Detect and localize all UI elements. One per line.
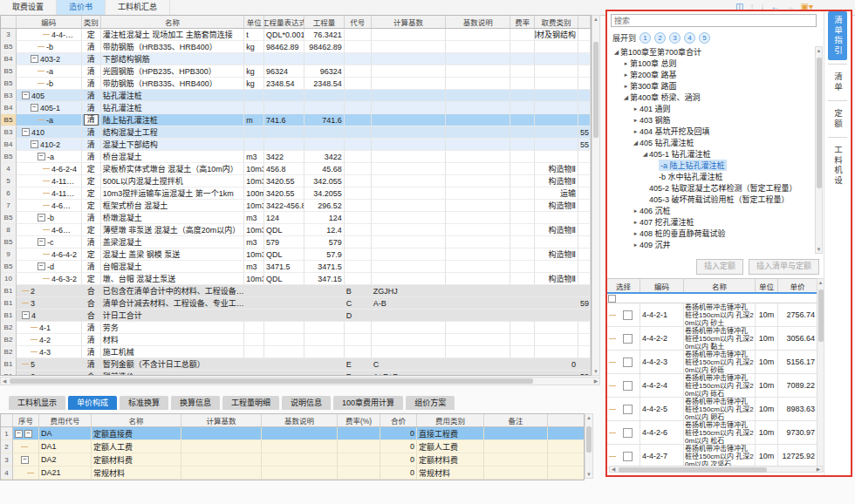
quota-column-header[interactable]: 选择 [607,279,640,292]
table-row[interactable]: B3−410清结构混凝土工程55 [1,126,591,139]
expand-level-button[interactable]: 5 [699,32,710,44]
bottom-tab[interactable]: 标准换算 [120,396,168,410]
tree-vscrollbar[interactable]: ▲▼ [815,46,823,254]
fee-row[interactable]: 4DA21常规材料0常规材料 [1,467,584,480]
checkbox[interactable] [623,405,633,414]
bottom-tab[interactable]: 单价构成 [68,396,117,410]
collapse-icon[interactable]: − [22,128,30,136]
column-header[interactable]: 基数说明 [446,16,510,28]
table-row[interactable]: B5-b清带肋钢筋（HRB335、HRB400）kg2348.542348.54 [1,78,591,90]
fee-column-header[interactable]: 费率(%) [338,414,380,426]
tree-item[interactable]: 405-3 破坏荷载试验用桩（暂定工程量） [609,194,815,205]
quota-row[interactable]: 4-4-2-3卷扬机带冲击锤冲孔 桩径150cm以内 孔深20m以内 砂砾10m… [607,351,817,374]
table-row[interactable]: B13合清单合计减去材料、工程设备、专业工…CA-B59 [1,297,591,310]
collapse-icon[interactable]: − [31,104,38,112]
fee-column-header[interactable]: 费用类别 [417,414,484,426]
checkbox[interactable] [623,452,633,461]
quota-row[interactable]: 4-4-2-4卷扬机带冲击锤冲孔 桩径150cm以内 孔深20m以内 砾石10m… [607,374,817,398]
table-row[interactable]: B5−-c清盖梁混凝土m3579579 [1,236,591,249]
tree-item[interactable]: -b 水中钻孔灌注桩 [609,171,815,182]
category-edit-box[interactable]: 清 [84,114,99,126]
tree-item[interactable]: -a 陆上钻孔灌注桩 [609,160,815,171]
table-row[interactable]: 104-6-3-2定墩、台帽 混凝土泵送10m3…QDL347.15构造物Ⅱ [1,273,591,285]
collapse-icon[interactable]: − [38,238,45,246]
collapse-icon[interactable]: − [22,311,30,319]
table-row[interactable]: 64-11…定10m3搅拌运输车运混凝土 第一个1km100m33420.553… [1,187,591,200]
side-tab[interactable]: 工料机设 [828,141,847,190]
tree-item[interactable]: ◢405 钻孔灌注桩 [609,137,815,148]
table-row[interactable]: B5−-b清桥墩混凝土m3124124 [1,212,591,224]
tree-item[interactable]: ▸第300章 路面 [609,80,815,92]
side-tab[interactable]: 定额 [828,105,847,133]
tree-item[interactable]: ▸406 沉桩 [609,205,815,216]
main-grid-hscrollbar[interactable]: ◀▶ [0,377,600,385]
quota-column-header[interactable]: 编码 [640,279,684,292]
column-header[interactable]: 代号 [345,16,372,28]
side-tab[interactable]: 清单 [828,68,847,97]
fee-column-header[interactable]: 备注 [484,414,548,426]
expand-level-button[interactable]: 1 [640,32,651,44]
column-header[interactable]: 取费类别 [535,16,578,28]
quota-column-header[interactable]: 单位 [756,279,778,292]
table-row[interactable]: 54-11…定500L以内混凝土搅拌机10m33420.55342.055构造物… [1,175,591,187]
top-tab[interactable]: 造价书 [57,0,106,15]
tree-item[interactable]: ▸409 沉井 [609,239,815,250]
table-row[interactable]: B5-b清带肋钢筋（HRB335、HRB400）kg98462.8998462.… [1,41,591,53]
tree-item[interactable]: ◢405-1 钻孔灌注桩 [609,148,815,160]
fee-column-header[interactable]: 费用代号 [39,414,92,426]
quota-column-header[interactable]: 名称 [684,279,756,292]
top-tab[interactable]: 取费设置 [0,0,57,15]
quota-row[interactable]: 4-4-2-2卷扬机带冲击锤冲孔 桩径150cm以内 孔深20m以内 黏土10m… [607,327,817,351]
column-header[interactable]: 费率 [510,16,535,28]
main-grid-vscrollbar[interactable]: ▲▼ [592,15,600,376]
collapse-icon[interactable]: − [38,153,45,160]
table-row[interactable]: B3−405清钻孔灌注桩 [1,90,591,102]
table-row[interactable]: B15清暂列金额（不含计日工总额）EC0 [1,358,591,371]
insert-button[interactable]: 插入清单与定额 [749,259,819,275]
expand-level-button[interactable]: 2 [654,32,666,44]
fee-column-header[interactable]: 合价 [380,414,417,426]
table-row[interactable]: B5−-d清台帽混凝土m33471.53471.5 [1,261,591,273]
table-row[interactable]: B24-2清材料 [1,334,591,346]
tree-item[interactable]: ◢第100章至第700章合计 [609,46,815,58]
table-row[interactable]: 94-6-4-2定混凝土 盖梁 钢模 泵送10m3…QDL57.9构造物Ⅱ [1,249,591,261]
table-row[interactable]: B24-1清劳务 [1,322,591,334]
search-input[interactable] [611,14,817,27]
table-row[interactable]: B5-a清陆上钻孔灌注桩m741.6741.6 [1,114,591,126]
tree-item[interactable]: ▸403 钢筋 [609,114,815,126]
fee-row[interactable]: 2DA1定额人工费0定额人工费 [1,440,584,453]
column-header[interactable]: 编码 [17,16,82,28]
tree-item[interactable]: ▸408 桩的垂直静荷载试验 [609,228,815,239]
collapse-icon[interactable]: − [38,214,45,221]
column-header[interactable]: 工程量表达式 [264,16,304,28]
bottom-tab[interactable]: 100章费用计算 [333,396,403,410]
checkbox[interactable] [623,381,633,391]
tree-item[interactable]: ▸第200章 路基 [609,69,815,80]
fee-column-header[interactable]: 计算基数 [181,414,262,426]
fee-row[interactable]: 3−DA2定额材料费0定额材料费 [1,453,584,467]
column-header[interactable] [578,16,591,28]
table-row[interactable]: B5−-a清桥台混凝土m334223422 [1,151,591,163]
collapse-icon[interactable]: − [38,262,45,270]
table-row[interactable]: 44-6-2-4定梁板桥实体式墩台 混凝土（高10m内）10m3…456.845… [1,163,591,175]
collapse-icon[interactable]: − [31,55,38,63]
column-header[interactable]: 类别 [82,16,101,28]
fee-column-header[interactable] [1,414,13,426]
table-row[interactable]: B1−4合计日工合计D [1,310,591,322]
checkbox[interactable] [623,428,633,438]
tree-item[interactable]: ▸401 通则 [609,103,815,114]
fee-table-vscrollbar[interactable]: ▲▼ [585,413,593,479]
tree-item[interactable]: ▸第100章 总则 [609,58,815,69]
fee-column-header[interactable]: 名称 [92,414,181,426]
column-header[interactable]: 工程量 [304,16,345,28]
table-row[interactable]: B12合已包含在清单合计中的材料、工程设备…BZGJHJ [1,285,591,297]
quota-row[interactable]: 4-4-2-5卷扬机带冲击锤冲孔 桩径150cm以内 孔深20m以内 卵石10m… [607,398,817,421]
fee-row[interactable]: 1−−DA定额直接费0直接工程费 [1,427,584,440]
side-tab[interactable]: 清单指引 [828,11,847,60]
tree-item[interactable]: ▸407 挖孔灌注桩 [609,216,815,228]
bottom-tab[interactable]: 换算信息 [171,396,220,410]
table-row[interactable]: B4−403-2清下部结构钢筋 [1,53,591,65]
quota-table-hscrollbar[interactable]: ◀▶ [609,466,823,473]
quota-row[interactable]: 4-4-2-7卷扬机带冲击锤冲孔 桩径150cm以内 孔深20m以内 次坚石10… [607,445,817,468]
tree-item[interactable]: 405-2 钻取混凝土芯样检测（暂定工程量） [609,182,815,194]
